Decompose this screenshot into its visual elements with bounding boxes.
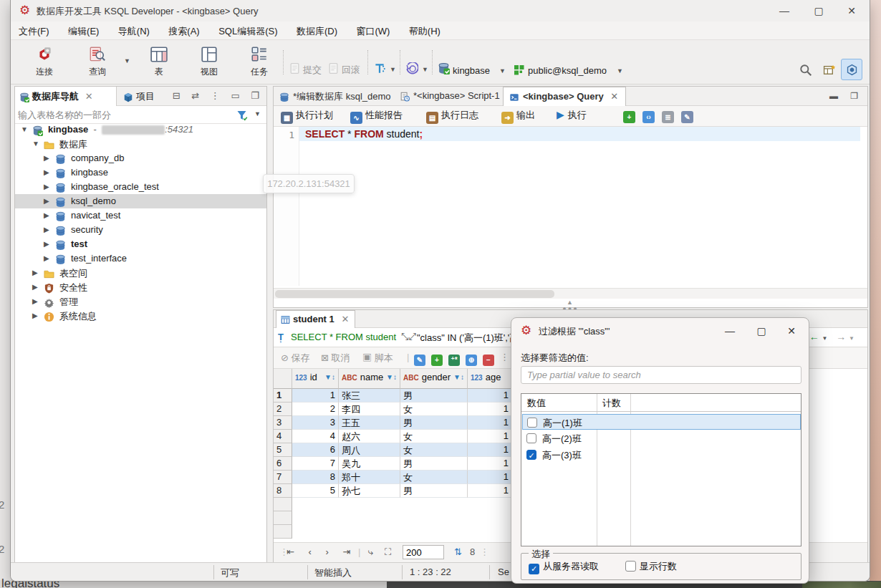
script-button[interactable]: ▣ 脚本	[362, 352, 393, 365]
chevron-right-icon[interactable]: ▶	[44, 197, 49, 205]
column-header-name[interactable]: ABCname▼↕	[339, 369, 400, 389]
grid-cell-id[interactable]: 5	[292, 484, 339, 498]
row-number-cell[interactable]: 8	[274, 484, 292, 498]
execution-log-button[interactable]: ▤执行日志	[426, 109, 478, 125]
tab-edit-database[interactable]: *编辑数据库 ksql_demo	[274, 87, 398, 106]
grid-cell-gender[interactable]: 男	[400, 389, 468, 403]
value-row[interactable]: ✓ 高一(3)班	[522, 447, 630, 463]
row-number-cell[interactable]: 6	[274, 457, 292, 471]
edit-row-icon[interactable]: ✎	[414, 352, 425, 366]
row-number-cell[interactable]: 2	[274, 403, 292, 416]
forward-arrow-icon[interactable]: →	[836, 331, 846, 342]
grid-cell-name[interactable]: 孙七	[339, 484, 400, 498]
column-count[interactable]: 计数	[602, 397, 621, 410]
row-number-cell[interactable]: 5	[274, 443, 292, 457]
grid-cell-name[interactable]: 李四	[339, 403, 400, 416]
tree-item-security[interactable]: ▶ 安全性	[15, 280, 266, 294]
tree-item-database[interactable]: ▶ navicat_test	[15, 208, 266, 223]
edit-icon[interactable]: ✎	[681, 109, 696, 125]
grid-cell-id[interactable]: 6	[292, 443, 339, 457]
commit-button[interactable]: 提交	[303, 64, 322, 77]
chevron-right-icon[interactable]: ▶	[44, 168, 49, 176]
back-dropdown-arrow[interactable]: ▼	[822, 335, 828, 342]
scrollbar-thumb[interactable]	[275, 290, 554, 298]
grid-cell-id[interactable]: 3	[292, 416, 339, 430]
column-value[interactable]: 数值	[527, 397, 546, 410]
chevron-right-icon[interactable]: ▶	[44, 254, 49, 262]
checkbox-checked[interactable]: ✓	[529, 564, 539, 574]
performance-report-button[interactable]: ∿性能报告	[350, 109, 403, 125]
grid-cell-name[interactable]: 郑十	[339, 471, 400, 484]
cancel-button[interactable]: ⊠ 取消	[321, 352, 350, 365]
sql-code[interactable]: SELECT * FROM student;	[305, 128, 423, 140]
splitter-handle[interactable]: ▲●●●	[549, 299, 592, 307]
grid-cell-name[interactable]: 吴九	[339, 457, 400, 471]
history-icon[interactable]	[405, 62, 418, 75]
tree-item-database[interactable]: ▶ kingbase_oracle_test	[15, 180, 266, 194]
grid-cell-name[interactable]: 周八	[339, 443, 400, 457]
refresh-icon[interactable]: ⇅	[454, 546, 462, 557]
filter-funnel-icon[interactable]	[236, 108, 248, 121]
grid-cell-gender[interactable]: 男	[400, 416, 468, 430]
layout-icon[interactable]: ≣	[662, 109, 677, 125]
grid-cell-gender[interactable]: 女	[400, 403, 468, 416]
query-button[interactable]: 查询	[77, 43, 118, 82]
schema-selector[interactable]: public@ksql_demo	[528, 65, 607, 76]
chevron-down-icon[interactable]: ▼	[32, 140, 39, 148]
filter-query-text[interactable]: SELECT * FROM student	[291, 332, 396, 342]
grid-cell-name[interactable]: 王五	[339, 416, 400, 430]
table-filter-input[interactable]	[18, 107, 226, 122]
filter-sort-icons[interactable]: ▼↕	[324, 373, 335, 381]
tree-item-administration[interactable]: ▶ 管理	[15, 294, 266, 309]
grid-cell-age[interactable]: 1	[468, 443, 512, 457]
grid-cell-age[interactable]: 1	[468, 389, 512, 403]
tab-query-active[interactable]: <kingbase> Query ✕	[503, 87, 626, 106]
history-dropdown-arrow[interactable]: ▼	[422, 66, 428, 73]
menu-help[interactable]: 帮助(H)	[401, 21, 448, 42]
row-number-cell[interactable]: 1	[274, 389, 292, 403]
schema-dropdown-arrow[interactable]: ▼	[617, 67, 623, 74]
open-script-icon[interactable]: ‹›	[642, 109, 658, 125]
editor-hscrollbar[interactable]	[274, 288, 867, 299]
chevron-right-icon[interactable]: ▶	[32, 297, 38, 305]
chevron-right-icon[interactable]: ▶	[44, 211, 49, 219]
chevron-right-icon[interactable]: ▶	[44, 240, 49, 248]
navigator-panel-icons[interactable]: ⊟ ⇄ ⋮ ▭ ❐	[173, 90, 264, 101]
chevron-right-icon[interactable]: ▶	[44, 154, 49, 162]
tab-database-navigator[interactable]: 数据库导航 ✕	[15, 87, 117, 106]
minimize-button[interactable]: —	[768, 0, 801, 21]
chevron-right-icon[interactable]: ▶	[32, 312, 38, 319]
transaction-dropdown-arrow[interactable]: ▼	[390, 66, 396, 73]
grid-cell-age[interactable]: 1	[468, 430, 512, 443]
maximize-button[interactable]: ▢	[802, 0, 835, 21]
tree-item-tablespaces[interactable]: ▶ 表空间	[15, 266, 266, 280]
transaction-mode-icon[interactable]	[373, 62, 386, 75]
option-show-row-count[interactable]: 显示行数	[625, 560, 677, 573]
kebab-icon[interactable]: ⋮	[500, 352, 509, 362]
fetch-next-page-icon[interactable]: ⤷	[368, 546, 373, 558]
tree-item-database-selected[interactable]: ▶ ksql_demo	[15, 194, 266, 208]
grid-cell-age[interactable]: 1	[468, 403, 512, 416]
grid-cell-id[interactable]: 8	[292, 471, 339, 484]
option-read-from-server[interactable]: ✓从服务器读取	[529, 560, 599, 574]
save-button[interactable]: ⊘ 保存	[281, 352, 310, 365]
chevron-right-icon[interactable]: ▶	[44, 226, 49, 233]
forward-dropdown-arrow[interactable]: ▼	[849, 335, 854, 342]
filter-sort-icons[interactable]: ▼↕	[453, 373, 464, 381]
add-ref-icon[interactable]: ⊕	[466, 352, 477, 366]
chevron-down-icon[interactable]: ▼	[21, 125, 28, 133]
grid-cell-age[interactable]: 1	[468, 457, 512, 471]
value-row[interactable]: 高一(1)班	[522, 414, 801, 430]
chevron-right-icon[interactable]: ▶	[32, 269, 38, 276]
menu-database[interactable]: 数据库(D)	[289, 21, 345, 42]
chevron-right-icon[interactable]: ▶	[32, 283, 38, 291]
row-number-cell[interactable]: 4	[274, 430, 292, 443]
view-button[interactable]: 视图	[188, 43, 230, 82]
tree-item-database[interactable]: ▶ kingbase	[15, 165, 266, 180]
pagination-icons[interactable]: ⇤ ‹ › ⇥	[287, 546, 356, 557]
grid-cell-age[interactable]: 1	[468, 416, 512, 430]
tree-item-database[interactable]: ▶ test	[15, 237, 266, 251]
value-row[interactable]: 高一(2)班	[522, 430, 630, 446]
duplicate-row-icon[interactable]: ⁺*	[448, 352, 460, 366]
column-header-id[interactable]: 123id▼↕	[292, 369, 339, 389]
